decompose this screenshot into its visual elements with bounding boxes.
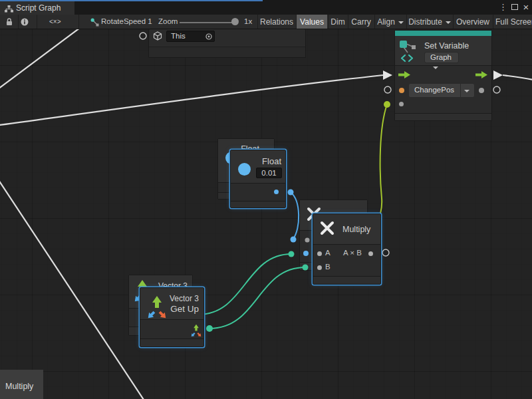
- chevron-down-icon: [464, 90, 469, 92]
- dim-button[interactable]: Dim: [328, 15, 347, 29]
- flow-wire[interactable]: [0, 178, 145, 399]
- window-maximize-icon[interactable]: [509, 0, 520, 15]
- set-variable-node[interactable]: Set Variable Graph ChangePos: [394, 30, 492, 121]
- output-port[interactable]: [368, 251, 373, 256]
- input-a-port[interactable]: [317, 251, 322, 256]
- gameobject-field[interactable]: This: [166, 31, 215, 42]
- wire-endpoint[interactable]: [206, 325, 213, 332]
- script-graph-icon: [90, 18, 99, 27]
- multiply-icon: [319, 220, 335, 236]
- tab-script-graph[interactable]: Script Graph: [0, 1, 74, 15]
- code-toggle-icon[interactable]: <×>: [49, 18, 61, 25]
- flow-wire-into-set-variable[interactable]: [0, 75, 383, 126]
- node-accent-bar: [395, 31, 491, 36]
- chevron-down-icon: [398, 21, 404, 24]
- vector3-icon: [146, 295, 172, 320]
- zoom-slider-track[interactable]: [180, 22, 235, 23]
- chevron-down-icon: [446, 21, 451, 24]
- port-dot[interactable]: [303, 251, 309, 256]
- overview-button[interactable]: Overview: [453, 15, 492, 29]
- input-b-port[interactable]: [317, 265, 322, 270]
- vector-wire[interactable]: [198, 254, 291, 315]
- variable-name-dropdown[interactable]: ChangePos: [408, 83, 475, 98]
- vector3-output-port[interactable]: [189, 323, 203, 338]
- variable-scope-dropdown[interactable]: Graph: [424, 52, 459, 63]
- this-node[interactable]: This: [148, 29, 306, 58]
- vector-wire[interactable]: [209, 267, 305, 329]
- tab-bar: Script Graph ⋮ ×: [0, 0, 532, 15]
- wire-endpoint[interactable]: [303, 265, 309, 271]
- port-dot[interactable]: [305, 238, 310, 243]
- graph-breadcrumb[interactable]: RotateSpeed 1: [101, 17, 152, 25]
- float-output-port[interactable]: [274, 190, 279, 194]
- wire-endpoint[interactable]: [384, 101, 390, 108]
- zoom-slider-handle[interactable]: [231, 18, 239, 25]
- lock-icon[interactable]: [5, 17, 13, 26]
- flow-arrowhead: [383, 70, 392, 80]
- window-more-icon[interactable]: ⋮: [499, 0, 507, 15]
- flow-wire-out-of-set-variable[interactable]: [503, 75, 532, 80]
- float-value-field[interactable]: 0.01: [256, 168, 282, 178]
- unity-script-graph-window: Script Graph ⋮ × <×> RotateSpeed 1 Zoom: [0, 0, 532, 399]
- vector3-get-up-node[interactable]: Vector 3 Get Up: [140, 287, 204, 347]
- zoom-label: Zoom: [158, 17, 178, 25]
- float-value-wire[interactable]: [291, 192, 299, 239]
- wire-endpoint[interactable]: [291, 237, 297, 243]
- carry-button[interactable]: Carry: [348, 15, 374, 29]
- tab-title: Script Graph: [16, 3, 61, 13]
- flow-arrowhead: [493, 70, 503, 80]
- flow-wire[interactable]: [0, 29, 82, 90]
- value-output-port[interactable]: [479, 88, 484, 93]
- distribute-dropdown[interactable]: Distribute: [406, 15, 452, 29]
- unconnected-port-ring[interactable]: [382, 249, 389, 256]
- graph-tab-icon: [5, 5, 13, 13]
- values-button[interactable]: Values: [296, 15, 327, 29]
- unconnected-port-ring[interactable]: [493, 86, 500, 93]
- graph-canvas[interactable]: Float Vector 3: [0, 29, 532, 399]
- align-dropdown[interactable]: Align: [374, 15, 406, 29]
- multiply-node[interactable]: Multiply A A × B B: [313, 213, 381, 285]
- node-tooltip: Multiply: [0, 370, 43, 399]
- unconnected-port-ring[interactable]: [384, 86, 391, 93]
- unconnected-port-ring[interactable]: [140, 33, 146, 39]
- relations-button[interactable]: Relations: [257, 15, 295, 29]
- window-close-icon[interactable]: ×: [521, 0, 531, 15]
- full-screen-button[interactable]: Full Screen: [493, 15, 532, 29]
- flow-input-port[interactable]: [398, 70, 410, 79]
- graph-toolbar: <×> RotateSpeed 1 Zoom 1x Relations Valu…: [0, 15, 532, 29]
- chevron-down-icon: [433, 66, 438, 69]
- float-type-icon: [238, 163, 251, 176]
- flow-output-port[interactable]: [475, 70, 487, 79]
- variable-input-port[interactable]: [399, 88, 404, 93]
- wire-endpoint[interactable]: [288, 190, 294, 196]
- object-picker-icon[interactable]: [205, 33, 212, 40]
- float-node[interactable]: Float 0.01: [230, 150, 286, 208]
- zoom-value: 1x: [244, 17, 252, 25]
- gameobject-cube-icon: [153, 31, 162, 41]
- set-variable-icon: [399, 39, 418, 63]
- info-icon[interactable]: [21, 18, 29, 26]
- wire-endpoint[interactable]: [289, 251, 295, 257]
- value-input-port[interactable]: [399, 102, 404, 106]
